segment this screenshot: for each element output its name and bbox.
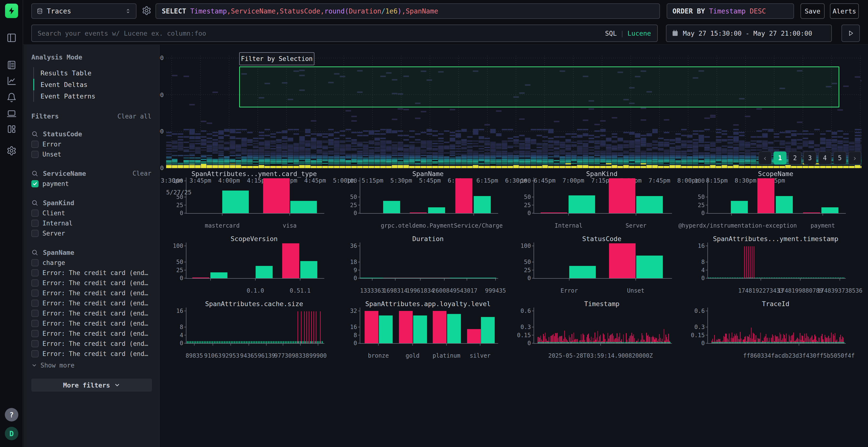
query-token: Duration bbox=[349, 7, 381, 15]
page-button-5[interactable]: 5 bbox=[833, 151, 846, 165]
sql-mode-option[interactable]: SQL bbox=[605, 30, 617, 37]
play-icon bbox=[847, 30, 854, 37]
query-token: ServiceName bbox=[231, 7, 276, 15]
page-button-2[interactable]: 2 bbox=[788, 151, 802, 165]
filter-option-label: Unset bbox=[42, 151, 61, 158]
mini-chart-spanattributes-app-loyalty-level[interactable]: SpanAttributes.app.loyalty.level081632br… bbox=[338, 298, 513, 363]
checkbox-unchecked[interactable] bbox=[31, 151, 38, 158]
checkbox-checked[interactable] bbox=[31, 180, 38, 187]
svg-text:Error: Error bbox=[561, 287, 578, 294]
icon-rail: ? D bbox=[0, 0, 23, 447]
orderby-clause-input[interactable]: ORDER BY Timestamp DESC bbox=[667, 3, 794, 19]
filter-option[interactable]: Internal bbox=[31, 218, 151, 228]
svg-text:1748393738536: 1748393738536 bbox=[817, 287, 863, 294]
mini-chart-scopename[interactable]: ScopeName02550100@hyperdx/instrumentatio… bbox=[685, 168, 860, 233]
filter-option[interactable]: Error: The credit card (end… bbox=[31, 318, 151, 329]
mini-chart-spankind[interactable]: SpanKind02550100InternalServer bbox=[512, 168, 686, 233]
clear-all-filters-link[interactable]: Clear all bbox=[117, 113, 151, 120]
filter-group-StatusCode: StatusCodeErrorUnset bbox=[31, 129, 151, 160]
filter-option[interactable]: Error: The credit card (end… bbox=[31, 308, 151, 318]
analysis-mode-list: Results TableEvent DeltasEvent Patterns bbox=[31, 67, 151, 102]
analysis-mode-label: Results Table bbox=[40, 69, 91, 77]
mini-chart-duration[interactable]: Duration09183613333631698314199618342600… bbox=[338, 233, 513, 298]
settings-icon[interactable] bbox=[6, 146, 17, 156]
page-button-4[interactable]: 4 bbox=[818, 151, 831, 165]
svg-text:TraceId: TraceId bbox=[762, 300, 789, 308]
line-chart-icon[interactable] bbox=[6, 76, 17, 86]
page-button-3[interactable]: 3 bbox=[803, 151, 816, 165]
page-button-1[interactable]: 1 bbox=[774, 151, 786, 165]
filter-option[interactable]: Error: The credit card (end… bbox=[31, 329, 151, 339]
query-token: , bbox=[320, 7, 324, 15]
checkbox-unchecked[interactable] bbox=[31, 141, 38, 148]
svg-text:16: 16 bbox=[350, 324, 357, 331]
lucene-mode-option[interactable]: Lucene bbox=[627, 30, 651, 37]
heatmap-selection-region[interactable] bbox=[239, 66, 839, 107]
help-button[interactable]: ? bbox=[5, 408, 18, 421]
mini-chart-spanattributes-yment-card-type[interactable]: SpanAttributes...yment.card_type02550100… bbox=[164, 168, 339, 233]
filter-option[interactable]: payment bbox=[31, 179, 151, 189]
dashboard-icon[interactable] bbox=[6, 124, 17, 134]
filter-option[interactable]: Error: The credit card (end… bbox=[31, 349, 151, 359]
hyperdx-logo[interactable] bbox=[5, 4, 18, 18]
page-next-button[interactable]: › bbox=[848, 151, 861, 165]
checkbox-unchecked[interactable] bbox=[31, 220, 38, 227]
checkbox-unchecked[interactable] bbox=[31, 230, 38, 237]
source-select[interactable]: Traces bbox=[31, 3, 136, 19]
page-prev-button[interactable]: ‹ bbox=[758, 151, 772, 165]
logbook-icon[interactable] bbox=[6, 60, 17, 70]
filter-option[interactable]: Error: The credit card (end… bbox=[31, 268, 151, 278]
avatar[interactable]: D bbox=[5, 427, 18, 440]
filter-by-selection-tooltip[interactable]: Filter by Selection bbox=[239, 52, 314, 65]
mini-chart-timestamp[interactable]: Timestamp00.150.30.62025-05-28T03:59:14.… bbox=[512, 298, 686, 363]
source-settings-button[interactable] bbox=[142, 6, 152, 16]
checkbox-unchecked[interactable] bbox=[31, 289, 38, 297]
bell-icon[interactable] bbox=[6, 93, 17, 103]
laptop-icon[interactable] bbox=[6, 109, 17, 119]
select-clause-input[interactable]: SELECT Timestamp,ServiceName,StatusCode,… bbox=[156, 3, 660, 19]
date-range-picker[interactable]: May 27 15:30:00 - May 27 21:00:00 bbox=[666, 25, 832, 42]
filter-option[interactable]: Error: The credit card (end… bbox=[31, 288, 151, 298]
checkbox-unchecked[interactable] bbox=[31, 340, 38, 347]
mini-chart-statuscode[interactable]: StatusCode02550100ErrorUnset bbox=[512, 233, 686, 298]
panel-left-icon[interactable] bbox=[6, 33, 17, 43]
checkbox-unchecked[interactable] bbox=[31, 279, 38, 286]
filter-option[interactable]: Error: The credit card (end… bbox=[31, 298, 151, 308]
filter-group-title: SpanKind bbox=[43, 199, 74, 207]
more-filters-button[interactable]: More filters bbox=[31, 379, 152, 391]
filter-option[interactable]: Client bbox=[31, 208, 151, 218]
mini-chart-spanattributes-cache-size[interactable]: SpanAttributes.cache.size048168983591063… bbox=[164, 298, 339, 363]
show-more-link[interactable]: Show more bbox=[31, 362, 151, 369]
mini-chart-spanattributes-yment-timestamp[interactable]: SpanAttributes...yment.timestamp04816174… bbox=[685, 233, 860, 298]
search-input[interactable] bbox=[32, 30, 605, 37]
checkbox-unchecked[interactable] bbox=[31, 259, 38, 266]
filter-option[interactable]: Error: The credit card (end… bbox=[31, 339, 151, 349]
filter-option[interactable]: Error: The credit card (end… bbox=[31, 278, 151, 288]
checkbox-unchecked[interactable] bbox=[31, 209, 38, 217]
svg-text:97730: 97730 bbox=[274, 352, 292, 359]
mini-chart-traceid[interactable]: TraceId00.150.30.6ff860334facdb23d3f430f… bbox=[685, 298, 860, 363]
run-query-button[interactable] bbox=[841, 25, 860, 42]
filter-option[interactable]: Server bbox=[31, 228, 151, 238]
mini-chart-scopeversion[interactable]: ScopeVersion025501000.1.00.51.1 bbox=[164, 233, 339, 298]
filter-option[interactable]: Unset bbox=[31, 149, 151, 160]
svg-text:50: 50 bbox=[524, 259, 531, 265]
filter-group-clear-link[interactable]: Clear bbox=[133, 170, 151, 177]
svg-text:25: 25 bbox=[524, 202, 531, 209]
analysis-mode-event-deltas[interactable]: Event Deltas bbox=[31, 79, 151, 90]
checkbox-unchecked[interactable] bbox=[31, 310, 38, 317]
checkbox-unchecked[interactable] bbox=[31, 300, 38, 307]
alerts-button[interactable]: Alerts bbox=[830, 3, 859, 19]
analysis-mode-event-patterns[interactable]: Event Patterns bbox=[31, 90, 151, 102]
checkbox-unchecked[interactable] bbox=[31, 320, 38, 327]
mini-chart-spanname[interactable]: SpanName02550100grpc.oteldemo.PaymentSer… bbox=[338, 168, 513, 233]
svg-text:SpanAttributes...yment.card_ty: SpanAttributes...yment.card_type bbox=[191, 170, 317, 178]
svg-text:gold: gold bbox=[406, 352, 420, 359]
filter-option[interactable]: charge bbox=[31, 258, 151, 268]
checkbox-unchecked[interactable] bbox=[31, 330, 38, 337]
filter-option[interactable]: Error bbox=[31, 139, 151, 149]
checkbox-unchecked[interactable] bbox=[31, 269, 38, 276]
save-button[interactable]: Save bbox=[801, 3, 825, 19]
checkbox-unchecked[interactable] bbox=[31, 350, 38, 357]
analysis-mode-results-table[interactable]: Results Table bbox=[31, 67, 151, 79]
